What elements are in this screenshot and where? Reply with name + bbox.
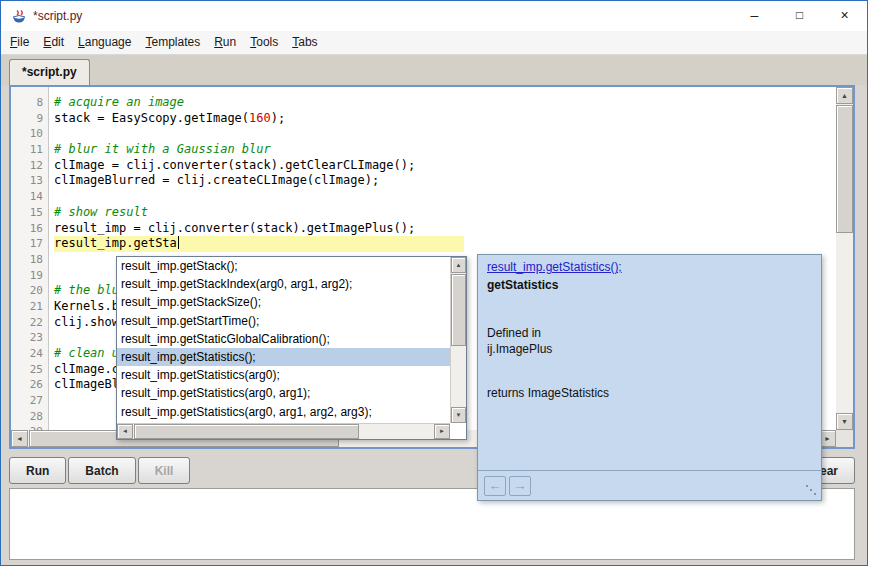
line-number: 28: [11, 409, 43, 425]
method-signature-link[interactable]: result_imp.getStatistics();: [487, 260, 812, 274]
editor-vertical-scrollbar[interactable]: ▲ ▼: [836, 87, 853, 430]
line-number: 13: [11, 173, 43, 189]
line-number: 20: [11, 283, 43, 299]
completion-item[interactable]: result_imp.getStatistics(arg0);: [117, 366, 450, 384]
horizontal-scrollbar-thumb[interactable]: [134, 424, 359, 439]
scroll-down-icon[interactable]: ▼: [451, 407, 466, 423]
tab-strip: *script.py: [1, 55, 867, 85]
completion-item[interactable]: result_imp.getStaticGlobalCalibration();: [117, 330, 450, 348]
scroll-down-icon[interactable]: ▼: [836, 413, 853, 430]
line-number: 10: [11, 126, 43, 142]
scroll-left-icon[interactable]: ◄: [11, 430, 28, 447]
scrollbar-corner: [836, 430, 853, 447]
scroll-up-icon[interactable]: ▲: [451, 257, 466, 273]
line-number: 26: [11, 377, 43, 393]
back-button[interactable]: ←: [484, 476, 506, 496]
line-number: 19: [11, 268, 43, 284]
line-number: 18: [11, 252, 43, 268]
line-number: 15: [11, 205, 43, 221]
resize-grip[interactable]: [805, 484, 817, 496]
completion-item[interactable]: result_imp.getStackIndex(arg0, arg1, arg…: [117, 275, 450, 293]
batch-button[interactable]: Batch: [68, 457, 135, 484]
forward-arrow-icon: →: [514, 478, 527, 493]
completion-list[interactable]: result_imp.getStack();result_imp.getStac…: [117, 257, 450, 423]
line-number: 16: [11, 221, 43, 237]
returns-text: returns ImageStatistics: [487, 386, 812, 400]
code-line: clImage = clij.converter(stack).getClear…: [54, 158, 836, 174]
autocomplete-popup: result_imp.getStack();result_imp.getStac…: [116, 256, 467, 440]
line-number: 12: [11, 158, 43, 174]
defined-in-class: ij.ImagePlus: [487, 342, 812, 356]
autocomplete-vertical-scrollbar[interactable]: ▲ ▼: [450, 257, 466, 423]
completion-item[interactable]: result_imp.getStatistics(arg0, arg1);: [117, 384, 450, 402]
line-number: 27: [11, 393, 43, 409]
line-number: 11: [11, 142, 43, 158]
vertical-scrollbar-thumb[interactable]: [836, 105, 853, 233]
menu-item-tabs[interactable]: Tabs: [285, 31, 324, 53]
line-number: 24: [11, 346, 43, 362]
code-line: result_imp = clij.converter(stack).getIm…: [54, 221, 836, 237]
kill-button[interactable]: Kill: [138, 457, 191, 484]
scroll-up-icon[interactable]: ▲: [836, 87, 853, 104]
forward-button[interactable]: →: [509, 476, 531, 496]
window-title: *script.py: [33, 9, 82, 23]
back-arrow-icon: ←: [489, 478, 502, 493]
line-number-gutter: 8910111213141516171819202122232425262728…: [11, 87, 49, 430]
code-line: # acquire an image: [54, 95, 836, 111]
completion-item[interactable]: result_imp.getStartTime();: [117, 312, 450, 330]
menu-item-edit[interactable]: Edit: [36, 31, 71, 53]
completion-item[interactable]: result_imp.getStackSize();: [117, 293, 450, 311]
menu-item-file[interactable]: File: [3, 31, 36, 53]
line-number: 23: [11, 330, 43, 346]
completion-item[interactable]: result_imp.getStatistics();: [117, 348, 450, 366]
menu-item-run[interactable]: Run: [207, 31, 243, 53]
close-icon[interactable]: ×: [822, 1, 867, 31]
menu-item-tools[interactable]: Tools: [243, 31, 285, 53]
text-caret: [178, 236, 179, 249]
scroll-right-icon[interactable]: ►: [434, 424, 450, 439]
defined-in-label: Defined in: [487, 326, 812, 340]
app-window: *script.py – □ × FileEditLanguageTemplat…: [0, 0, 868, 566]
code-line: clImageBlurred = clij.createCLImage(clIm…: [54, 173, 836, 189]
code-line: stack = EasyScopy.getImage(160);: [54, 111, 836, 127]
app-icon: [11, 8, 27, 24]
line-number: 14: [11, 189, 43, 205]
doc-popup-toolbar: ← →: [478, 470, 821, 500]
window-controls: – □ ×: [732, 1, 867, 31]
completion-item[interactable]: result_imp.getStatistics(arg0, arg1, arg…: [117, 403, 450, 421]
documentation-popup: result_imp.getStatistics(); getStatistic…: [477, 254, 822, 501]
code-line: result_imp.getSta: [54, 236, 836, 252]
scroll-left-icon[interactable]: ◄: [117, 424, 133, 439]
title-bar: *script.py – □ ×: [1, 1, 867, 31]
line-number: 8: [11, 95, 43, 111]
minimize-icon[interactable]: –: [732, 1, 777, 31]
line-number: 25: [11, 362, 43, 378]
maximize-icon[interactable]: □: [777, 1, 822, 31]
autocomplete-horizontal-scrollbar[interactable]: ◄ ►: [117, 423, 450, 439]
code-line: # show result: [54, 205, 836, 221]
run-button[interactable]: Run: [9, 457, 66, 484]
line-number: 22: [11, 315, 43, 331]
code-line: # blur it with a Gaussian blur: [54, 142, 836, 158]
completion-item[interactable]: result_imp.getStack();: [117, 257, 450, 275]
vertical-scrollbar-thumb[interactable]: [451, 274, 466, 346]
line-number: 21: [11, 299, 43, 315]
code-line: [54, 189, 836, 205]
menu-item-language[interactable]: Language: [71, 31, 138, 53]
code-line: [54, 126, 836, 142]
line-number: 9: [11, 111, 43, 127]
tab-script-py[interactable]: *script.py: [9, 59, 90, 85]
method-name: getStatistics: [487, 278, 812, 292]
menu-bar: FileEditLanguageTemplatesRunToolsTabs: [1, 31, 867, 55]
line-number: 17: [11, 236, 43, 252]
menu-item-templates[interactable]: Templates: [138, 31, 207, 53]
